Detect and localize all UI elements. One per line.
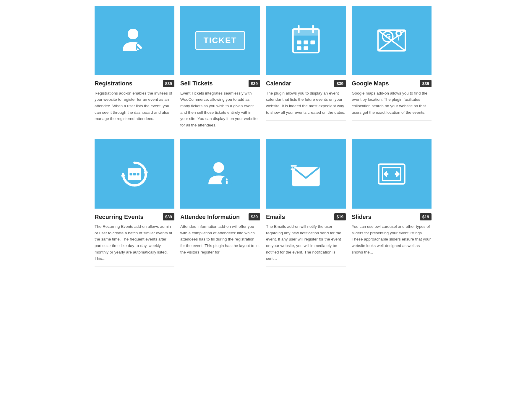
google-maps-price: $39 [420,80,432,87]
sliders-icon [375,158,408,190]
svg-point-29 [226,178,228,180]
registrations-price: $39 [163,80,174,87]
recurring-events-separator [95,267,174,267]
emails-description: The Emails add-on will notify the user r… [266,223,346,262]
svg-point-19 [397,32,400,35]
card-registrations: Registrations $39 Registrations add-on e… [95,6,180,139]
recurring-events-price: $39 [163,213,174,220]
sell-tickets-price: $39 [249,80,260,87]
svg-marker-21 [144,171,148,176]
sell-tickets-icon: TICKET [195,31,245,50]
recurring-events-icon [118,158,151,190]
calendar-header: Calendar $39 [266,80,346,87]
sell-tickets-header: Sell Tickets $39 [180,80,260,87]
sliders-price: $19 [420,213,432,220]
svg-rect-9 [304,40,308,44]
recurring-events-image [95,139,174,209]
emails-header: Emails $19 [266,213,346,220]
card-sell-tickets: TICKET Sell Tickets $39 Event Tickets in… [180,6,266,139]
attendee-information-header: Attendee Information $39 [180,213,260,220]
registrations-header: Registrations $39 [95,80,174,87]
registrations-image [95,6,174,75]
sell-tickets-separator [180,133,260,133]
svg-rect-26 [137,173,140,175]
calendar-separator [266,120,346,121]
registrations-separator [95,127,174,127]
attendee-information-image [180,139,260,209]
attendee-information-title: Attendee Information [180,214,240,220]
sliders-description: You can use owl carousel and other types… [352,223,432,255]
google-maps-title: Google Maps [352,80,389,87]
registrations-description: Registrations add-on enables the invitee… [95,90,174,122]
svg-rect-23 [128,168,141,171]
emails-title: Emails [266,214,285,220]
svg-point-27 [213,162,224,173]
calendar-price: $39 [334,80,346,87]
google-maps-description: Google maps add-on allows you to find th… [352,90,432,116]
recurring-events-header: Recurring Events $39 [95,213,174,220]
sell-tickets-image: TICKET [180,6,260,75]
attendee-information-description: Attendee Information add-on will offer y… [180,223,260,255]
calendar-icon [290,24,322,57]
emails-price: $19 [334,213,346,220]
svg-text:G: G [386,33,391,40]
attendee-information-price: $39 [249,213,260,220]
google-maps-header: Google Maps $39 [352,80,432,87]
svg-point-0 [128,29,138,39]
svg-rect-5 [293,29,319,36]
svg-rect-11 [297,46,301,50]
card-emails: Emails $19 The Emails add-on will notify… [266,139,352,272]
addon-grid: Registrations $39 Registrations add-on e… [89,0,443,279]
card-attendee-information: Attendee Information $39 Attendee Inform… [180,139,266,272]
svg-rect-30 [226,181,228,184]
svg-marker-20 [121,172,125,176]
ticket-icon: TICKET [195,31,245,50]
emails-separator [266,267,346,267]
sliders-title: Sliders [352,214,372,220]
svg-rect-25 [133,173,136,175]
registrations-icon [120,26,149,55]
card-calendar: Calendar $39 The plugin allows you to di… [266,6,352,139]
sell-tickets-title: Sell Tickets [180,80,213,87]
attendee-information-icon [205,159,235,189]
svg-rect-12 [304,46,308,50]
emails-icon [290,158,322,190]
registrations-title: Registrations [95,80,132,87]
recurring-events-title: Recurring Events [95,214,144,220]
emails-image [266,139,346,209]
calendar-description: The plugin allows you to display an even… [266,90,346,116]
sell-tickets-description: Event Tickets integrates seamlessly with… [180,90,260,129]
sliders-header: Sliders $19 [352,213,432,220]
attendee-information-separator [180,260,260,260]
svg-rect-24 [130,173,132,175]
sliders-image [352,139,432,209]
google-maps-icon: G [375,24,408,57]
google-maps-image: G [352,6,432,75]
card-google-maps: G Google Maps $39 Google maps add-on all… [352,6,437,139]
google-maps-separator [352,120,432,121]
calendar-title: Calendar [266,80,291,87]
sliders-separator [352,260,432,260]
svg-rect-8 [297,40,301,44]
card-recurring-events: Recurring Events $39 The Recurring Event… [95,139,180,272]
card-sliders: Sliders $19 You can use owl carousel and… [352,139,437,272]
svg-rect-10 [310,40,315,44]
recurring-events-description: The Recurring Events add-on allows admin… [95,223,174,262]
calendar-image [266,6,346,75]
